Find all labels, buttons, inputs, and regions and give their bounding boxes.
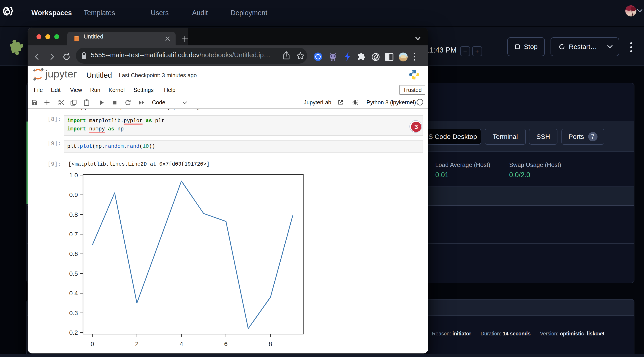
svg-text:1.0: 1.0 xyxy=(69,172,78,179)
svg-text:8: 8 xyxy=(268,340,272,348)
svg-text:0.2: 0.2 xyxy=(69,329,78,336)
svg-text:4: 4 xyxy=(180,340,183,348)
svg-text:0.4: 0.4 xyxy=(69,290,78,297)
svg-text:0.7: 0.7 xyxy=(69,231,78,238)
svg-text:0.8: 0.8 xyxy=(69,211,78,218)
svg-text:0.6: 0.6 xyxy=(69,250,78,257)
svg-text:0.3: 0.3 xyxy=(69,310,78,316)
svg-text:0.9: 0.9 xyxy=(69,192,78,198)
svg-text:2: 2 xyxy=(135,340,139,348)
svg-text:6: 6 xyxy=(224,340,228,348)
svg-text:0.5: 0.5 xyxy=(69,270,78,277)
svg-text:0: 0 xyxy=(90,340,94,348)
